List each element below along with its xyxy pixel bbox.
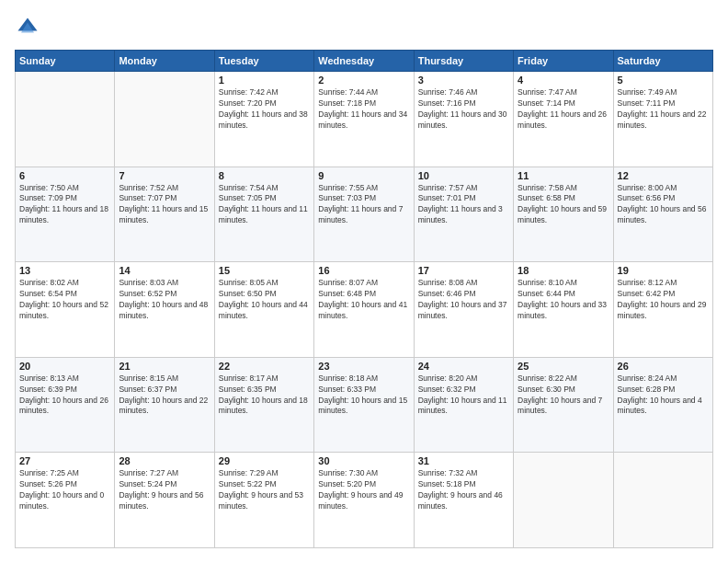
day-number: 28 [119, 455, 210, 466]
day-info: Sunrise: 7:42 AM Sunset: 7:20 PM Dayligh… [219, 87, 310, 132]
day-info: Sunrise: 7:29 AM Sunset: 5:22 PM Dayligh… [219, 468, 310, 512]
day-number: 8 [219, 170, 310, 181]
calendar-week-3: 13Sunrise: 8:02 AM Sunset: 6:54 PM Dayli… [16, 262, 713, 358]
day-number: 20 [19, 361, 110, 372]
calendar-cell: 23Sunrise: 8:18 AM Sunset: 6:33 PM Dayli… [314, 357, 414, 453]
day-number: 12 [618, 170, 709, 181]
calendar-cell: 2Sunrise: 7:44 AM Sunset: 7:18 PM Daylig… [314, 72, 414, 167]
weekday-header-monday: Monday [115, 51, 214, 72]
header [15, 15, 713, 40]
day-info: Sunrise: 8:07 AM Sunset: 6:48 PM Dayligh… [318, 278, 409, 322]
calendar-cell: 27Sunrise: 7:25 AM Sunset: 5:26 PM Dayli… [16, 453, 115, 548]
day-info: Sunrise: 7:27 AM Sunset: 5:24 PM Dayligh… [119, 468, 210, 512]
day-info: Sunrise: 8:05 AM Sunset: 6:50 PM Dayligh… [219, 278, 310, 322]
calendar-cell [16, 72, 115, 167]
calendar-cell: 15Sunrise: 8:05 AM Sunset: 6:50 PM Dayli… [214, 262, 313, 358]
weekday-header-tuesday: Tuesday [214, 51, 313, 72]
day-info: Sunrise: 7:49 AM Sunset: 7:11 PM Dayligh… [618, 87, 709, 132]
day-number: 14 [119, 265, 210, 276]
calendar-cell [613, 453, 712, 548]
day-info: Sunrise: 7:46 AM Sunset: 7:16 PM Dayligh… [418, 87, 509, 132]
day-info: Sunrise: 7:44 AM Sunset: 7:18 PM Dayligh… [318, 87, 409, 132]
day-info: Sunrise: 8:22 AM Sunset: 6:30 PM Dayligh… [518, 373, 609, 418]
day-info: Sunrise: 7:58 AM Sunset: 6:58 PM Dayligh… [518, 183, 609, 227]
calendar-week-5: 27Sunrise: 7:25 AM Sunset: 5:26 PM Dayli… [16, 453, 713, 548]
day-info: Sunrise: 7:30 AM Sunset: 5:20 PM Dayligh… [318, 468, 409, 512]
calendar-cell: 25Sunrise: 8:22 AM Sunset: 6:30 PM Dayli… [514, 357, 613, 453]
calendar-cell: 10Sunrise: 7:57 AM Sunset: 7:01 PM Dayli… [414, 167, 513, 262]
day-info: Sunrise: 7:32 AM Sunset: 5:18 PM Dayligh… [418, 468, 509, 512]
page: SundayMondayTuesdayWednesdayThursdayFrid… [0, 0, 728, 563]
day-number: 10 [418, 170, 509, 181]
calendar-cell: 30Sunrise: 7:30 AM Sunset: 5:20 PM Dayli… [314, 453, 414, 548]
day-number: 29 [219, 455, 310, 466]
calendar-cell: 16Sunrise: 8:07 AM Sunset: 6:48 PM Dayli… [314, 262, 414, 358]
calendar-cell [514, 453, 613, 548]
calendar-week-4: 20Sunrise: 8:13 AM Sunset: 6:39 PM Dayli… [16, 357, 713, 453]
day-info: Sunrise: 7:57 AM Sunset: 7:01 PM Dayligh… [418, 183, 509, 227]
calendar-cell: 6Sunrise: 7:50 AM Sunset: 7:09 PM Daylig… [16, 167, 115, 262]
day-number: 15 [219, 265, 310, 276]
weekday-header-sunday: Sunday [16, 51, 115, 72]
weekday-header-saturday: Saturday [613, 51, 712, 72]
calendar-cell: 1Sunrise: 7:42 AM Sunset: 7:20 PM Daylig… [214, 72, 313, 167]
calendar-cell: 18Sunrise: 8:10 AM Sunset: 6:44 PM Dayli… [514, 262, 613, 358]
weekday-header-thursday: Thursday [414, 51, 513, 72]
calendar-cell: 13Sunrise: 8:02 AM Sunset: 6:54 PM Dayli… [16, 262, 115, 358]
calendar-cell: 9Sunrise: 7:55 AM Sunset: 7:03 PM Daylig… [314, 167, 414, 262]
day-number: 6 [19, 170, 110, 181]
day-number: 2 [318, 75, 409, 86]
calendar-cell: 12Sunrise: 8:00 AM Sunset: 6:56 PM Dayli… [613, 167, 712, 262]
day-info: Sunrise: 8:12 AM Sunset: 6:42 PM Dayligh… [618, 278, 709, 322]
day-info: Sunrise: 7:55 AM Sunset: 7:03 PM Dayligh… [318, 183, 409, 227]
calendar-cell: 31Sunrise: 7:32 AM Sunset: 5:18 PM Dayli… [414, 453, 513, 548]
logo-icon [15, 15, 40, 40]
day-number: 5 [618, 75, 709, 86]
calendar-cell: 29Sunrise: 7:29 AM Sunset: 5:22 PM Dayli… [214, 453, 313, 548]
calendar-cell: 5Sunrise: 7:49 AM Sunset: 7:11 PM Daylig… [613, 72, 712, 167]
calendar-cell: 7Sunrise: 7:52 AM Sunset: 7:07 PM Daylig… [115, 167, 214, 262]
day-number: 26 [618, 361, 709, 372]
day-info: Sunrise: 7:25 AM Sunset: 5:26 PM Dayligh… [19, 468, 110, 512]
day-info: Sunrise: 8:24 AM Sunset: 6:28 PM Dayligh… [618, 373, 709, 418]
day-info: Sunrise: 8:02 AM Sunset: 6:54 PM Dayligh… [19, 278, 110, 322]
day-info: Sunrise: 8:10 AM Sunset: 6:44 PM Dayligh… [518, 278, 609, 322]
calendar-cell: 14Sunrise: 8:03 AM Sunset: 6:52 PM Dayli… [115, 262, 214, 358]
day-number: 13 [19, 265, 110, 276]
logo [15, 15, 44, 40]
calendar-cell: 21Sunrise: 8:15 AM Sunset: 6:37 PM Dayli… [115, 357, 214, 453]
calendar-cell: 17Sunrise: 8:08 AM Sunset: 6:46 PM Dayli… [414, 262, 513, 358]
day-info: Sunrise: 8:18 AM Sunset: 6:33 PM Dayligh… [318, 373, 409, 418]
day-info: Sunrise: 7:54 AM Sunset: 7:05 PM Dayligh… [219, 183, 310, 227]
calendar-cell: 3Sunrise: 7:46 AM Sunset: 7:16 PM Daylig… [414, 72, 513, 167]
day-info: Sunrise: 7:52 AM Sunset: 7:07 PM Dayligh… [119, 183, 210, 227]
day-number: 27 [19, 455, 110, 466]
day-number: 23 [318, 361, 409, 372]
day-number: 22 [219, 361, 310, 372]
calendar-cell: 22Sunrise: 8:17 AM Sunset: 6:35 PM Dayli… [214, 357, 313, 453]
calendar-week-2: 6Sunrise: 7:50 AM Sunset: 7:09 PM Daylig… [16, 167, 713, 262]
day-number: 9 [318, 170, 409, 181]
calendar-table: SundayMondayTuesdayWednesdayThursdayFrid… [15, 50, 713, 548]
day-number: 1 [219, 75, 310, 86]
day-info: Sunrise: 7:47 AM Sunset: 7:14 PM Dayligh… [518, 87, 609, 132]
day-info: Sunrise: 7:50 AM Sunset: 7:09 PM Dayligh… [19, 183, 110, 227]
day-info: Sunrise: 8:20 AM Sunset: 6:32 PM Dayligh… [418, 373, 509, 418]
calendar-cell: 4Sunrise: 7:47 AM Sunset: 7:14 PM Daylig… [514, 72, 613, 167]
weekday-header-wednesday: Wednesday [314, 51, 414, 72]
calendar-cell: 20Sunrise: 8:13 AM Sunset: 6:39 PM Dayli… [16, 357, 115, 453]
calendar-cell: 11Sunrise: 7:58 AM Sunset: 6:58 PM Dayli… [514, 167, 613, 262]
calendar-header-row: SundayMondayTuesdayWednesdayThursdayFrid… [16, 51, 713, 72]
day-info: Sunrise: 8:03 AM Sunset: 6:52 PM Dayligh… [119, 278, 210, 322]
day-number: 7 [119, 170, 210, 181]
day-info: Sunrise: 8:08 AM Sunset: 6:46 PM Dayligh… [418, 278, 509, 322]
day-info: Sunrise: 8:15 AM Sunset: 6:37 PM Dayligh… [119, 373, 210, 418]
day-info: Sunrise: 8:00 AM Sunset: 6:56 PM Dayligh… [618, 183, 709, 227]
calendar-cell: 19Sunrise: 8:12 AM Sunset: 6:42 PM Dayli… [613, 262, 712, 358]
day-number: 3 [418, 75, 509, 86]
day-number: 17 [418, 265, 509, 276]
calendar-cell: 28Sunrise: 7:27 AM Sunset: 5:24 PM Dayli… [115, 453, 214, 548]
day-info: Sunrise: 8:17 AM Sunset: 6:35 PM Dayligh… [219, 373, 310, 418]
day-number: 19 [618, 265, 709, 276]
day-number: 31 [418, 455, 509, 466]
